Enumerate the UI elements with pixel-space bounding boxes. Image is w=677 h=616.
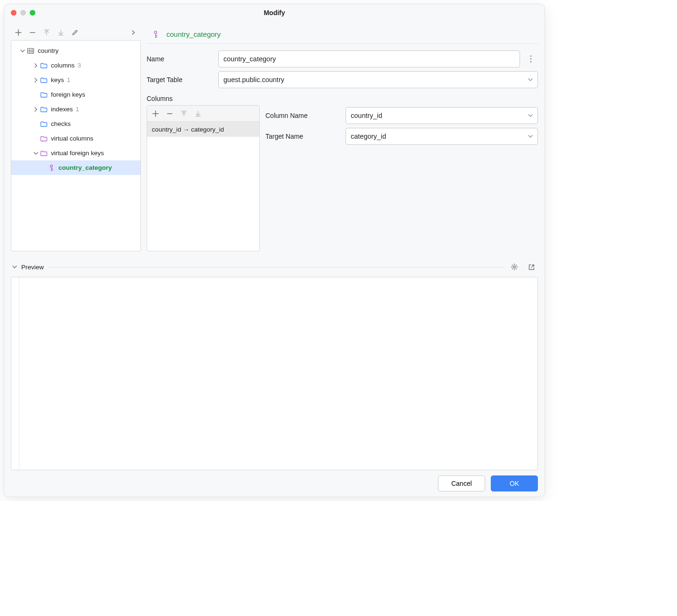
target-table-label: Target Table (147, 76, 218, 83)
open-external-button[interactable] (525, 260, 538, 274)
main-panel: country_category Name Target Table guest… (147, 25, 538, 251)
folder-icon (40, 105, 48, 114)
target-name-select[interactable]: category_id (346, 128, 538, 145)
svg-point-6 (513, 266, 515, 268)
tree-node-columns[interactable]: columns 3 (11, 58, 140, 73)
top-split: country columns 3 (11, 25, 538, 251)
chevron-down-icon (32, 150, 40, 157)
column-name-row: Column Name country_id (265, 105, 538, 126)
titlebar: Modify (4, 4, 545, 21)
object-header: country_category (147, 25, 538, 44)
tree-node-virtual-foreign-keys[interactable]: virtual foreign keys (11, 146, 140, 160)
preview-header: Preview (11, 261, 538, 273)
tree-label: virtual columns (51, 135, 93, 142)
name-input[interactable] (218, 50, 520, 67)
svg-point-5 (530, 61, 532, 63)
key-icon (47, 164, 56, 172)
cancel-button[interactable]: Cancel (438, 475, 485, 491)
tree-label: country (38, 47, 58, 54)
remove-button[interactable] (26, 26, 39, 39)
column-name-value: country_id (351, 112, 382, 119)
move-up-button[interactable] (40, 26, 53, 39)
target-name-row: Target Name category_id (265, 126, 538, 147)
svg-point-1 (50, 165, 53, 167)
chevron-down-icon (528, 113, 533, 118)
target-name-label: Target Name (265, 133, 346, 140)
column-name-select[interactable]: country_id (346, 107, 538, 124)
folder-icon (40, 61, 48, 70)
folder-icon (40, 120, 48, 128)
chevron-down-icon[interactable] (11, 263, 18, 271)
more-options-button[interactable] (524, 50, 538, 67)
chevron-right-icon (32, 62, 40, 69)
tree-node-country[interactable]: country (11, 43, 140, 58)
tree-node-indexes[interactable]: indexes 1 (11, 102, 140, 117)
target-table-select[interactable]: guest.public.country (218, 71, 538, 88)
columns-form: Column Name country_id Target Name (265, 105, 538, 251)
window-title: Modify (4, 9, 545, 17)
chevron-right-icon (32, 106, 40, 113)
svg-rect-0 (28, 48, 34, 53)
column-name-label: Column Name (265, 112, 346, 119)
tree-node-country-category[interactable]: country_category (11, 160, 140, 175)
button-bar: Cancel OK (4, 470, 545, 497)
preview-title: Preview (21, 264, 44, 271)
folder-icon (40, 134, 48, 143)
svg-point-2 (154, 31, 157, 33)
tree-label: virtual foreign keys (51, 150, 104, 157)
ok-button[interactable]: OK (491, 475, 538, 491)
settings-button[interactable] (508, 260, 521, 274)
preview-section: Preview (11, 261, 538, 470)
name-label: Name (147, 55, 218, 63)
column-mapping-text: country_id → category_id (152, 126, 224, 133)
tree-node-virtual-columns[interactable]: virtual columns (11, 131, 140, 146)
sidebar-toolbar (11, 25, 141, 40)
preview-editor[interactable] (11, 277, 538, 470)
tree-label: columns (51, 62, 74, 69)
expand-button[interactable] (127, 26, 140, 39)
svg-point-4 (530, 58, 532, 60)
target-name-value: category_id (351, 133, 386, 140)
chevron-down-icon (528, 134, 533, 139)
columns-toolbar (147, 106, 259, 122)
edit-button[interactable] (68, 26, 82, 39)
column-mapping-row[interactable]: country_id → category_id (147, 122, 259, 137)
name-row: Name (147, 49, 538, 69)
key-icon (151, 30, 160, 39)
tree-label: keys (51, 76, 64, 83)
columns-heading: Columns (147, 95, 538, 102)
table-icon (26, 47, 35, 55)
column-mappings-list: country_id → category_id (147, 105, 260, 251)
tree-count: 1 (76, 106, 80, 113)
tree-label: checks (51, 120, 71, 127)
add-button[interactable] (12, 26, 25, 39)
target-table-value: guest.public.country (223, 76, 284, 83)
tree-node-checks[interactable]: checks (11, 117, 140, 131)
tree-node-foreign-keys[interactable]: foreign keys (11, 87, 140, 102)
move-down-button[interactable] (54, 26, 67, 39)
remove-column-button[interactable] (163, 107, 176, 120)
tree-node-keys[interactable]: keys 1 (11, 73, 140, 87)
target-table-row: Target Table guest.public.country (147, 69, 538, 90)
svg-point-3 (530, 56, 532, 57)
tree-count: 3 (77, 62, 81, 69)
tree-label: foreign keys (51, 91, 85, 98)
chevron-down-icon (528, 77, 533, 82)
move-column-down-button[interactable] (191, 107, 205, 120)
tree-label: indexes (51, 106, 73, 113)
columns-area: country_id → category_id Column Name cou… (147, 105, 538, 251)
modify-dialog-window: Modify (4, 4, 545, 497)
folder-icon (40, 149, 48, 158)
chevron-right-icon (32, 76, 40, 84)
chevron-down-icon (19, 47, 26, 55)
folder-icon (40, 91, 48, 99)
object-name-header: country_category (166, 30, 221, 38)
add-column-button[interactable] (149, 107, 162, 120)
tree-count: 1 (67, 76, 71, 83)
tree-label: country_category (58, 164, 112, 171)
dialog-body: country columns 3 (4, 21, 545, 470)
object-tree[interactable]: country columns 3 (11, 40, 141, 251)
folder-icon (40, 76, 48, 84)
move-column-up-button[interactable] (177, 107, 190, 120)
sidebar: country columns 3 (11, 25, 141, 251)
